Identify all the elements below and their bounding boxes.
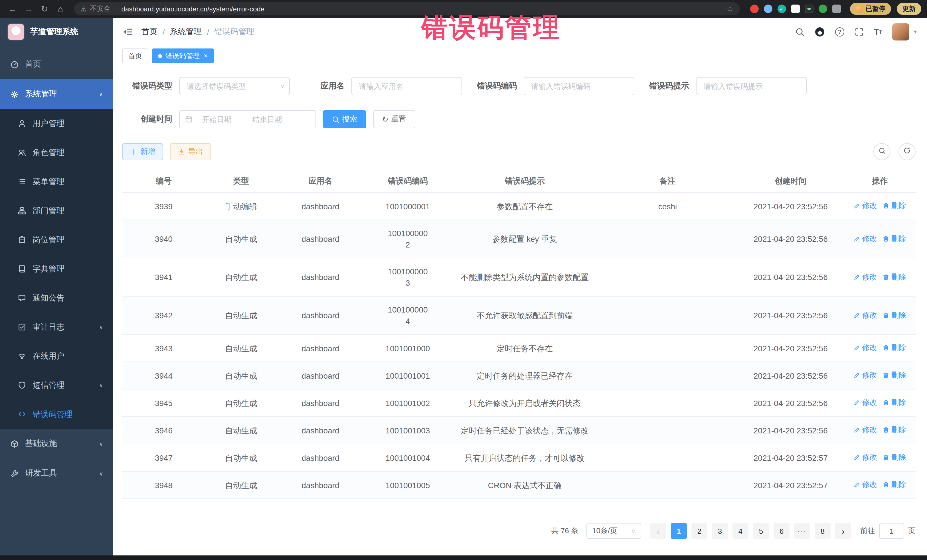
sidebar-item-infra[interactable]: 基础设施∨ [0, 429, 113, 458]
page-button-5[interactable]: 5 [753, 523, 769, 539]
app-name-input[interactable] [351, 77, 462, 95]
extension-red-dot-icon[interactable] [750, 5, 758, 13]
sidebar-item-errcode[interactable]: 错误码管理 [0, 400, 113, 429]
page-button-3[interactable]: 3 [712, 523, 728, 539]
collapse-sidebar-icon[interactable] [123, 27, 134, 37]
error-code-type-input[interactable] [179, 77, 290, 95]
edit-link-label: 修改 [862, 233, 877, 244]
back-icon[interactable]: ← [6, 5, 20, 13]
delete-link[interactable]: 删除 [883, 233, 906, 244]
error-code-type-select[interactable]: ∨ [179, 77, 290, 95]
delete-link[interactable]: 删除 [883, 370, 906, 381]
extension-grid-icon[interactable] [791, 5, 799, 13]
edit-link[interactable]: 修改 [854, 452, 877, 463]
extension-check-icon[interactable] [777, 5, 786, 13]
cell-id: 3941 [122, 258, 205, 296]
delete-link[interactable]: 删除 [883, 310, 906, 321]
forward-icon[interactable]: → [22, 5, 35, 13]
cell-remark [598, 220, 737, 258]
sidebar-item-label: 菜单管理 [32, 176, 64, 187]
edit-link[interactable]: 修改 [854, 397, 877, 408]
logo[interactable]: 芋道管理系统 [0, 18, 113, 46]
home-icon[interactable]: ⌂ [54, 5, 67, 13]
avatar-caret-icon[interactable]: ▾ [914, 29, 917, 35]
extension-leaf-icon[interactable] [818, 5, 827, 13]
create-time-range-picker[interactable]: - [179, 110, 316, 128]
page-button-4[interactable]: 4 [732, 523, 748, 539]
close-icon[interactable]: × [204, 52, 208, 60]
sidebar-item-dept[interactable]: 部门管理 [0, 196, 113, 225]
reset-button[interactable]: ↻ 重置 [373, 110, 415, 128]
cell-code: 100100000 4 [364, 296, 451, 334]
breadcrumb-item[interactable]: 首页 [141, 27, 158, 37]
delete-link[interactable]: 删除 [883, 397, 906, 408]
sidebar-item-menu[interactable]: 菜单管理 [0, 167, 113, 196]
sidebar-item-home[interactable]: 首页 [0, 50, 113, 79]
update-button[interactable]: 更新 [897, 3, 921, 15]
sidebar-item-tools[interactable]: 研发工具∨ [0, 458, 113, 488]
sidebar-item-notice[interactable]: 通知公告 [0, 284, 113, 313]
delete-link[interactable]: 删除 [883, 479, 906, 490]
show-search-toggle-button[interactable] [873, 143, 891, 160]
edit-link[interactable]: 修改 [854, 200, 877, 212]
delete-link[interactable]: 删除 [883, 424, 906, 436]
delete-link[interactable]: 删除 [883, 271, 906, 282]
start-date-input[interactable] [196, 112, 238, 127]
page-size-select[interactable]: 10条/页 ∨ [587, 523, 641, 539]
sidebar-item-post[interactable]: 岗位管理 [0, 225, 113, 254]
search-button[interactable]: 搜索 [323, 110, 366, 128]
avatar[interactable] [892, 23, 909, 40]
extension-blue-icon[interactable] [764, 5, 772, 13]
font-size-icon[interactable]: TT [874, 27, 882, 36]
edit-link[interactable]: 修改 [854, 479, 877, 490]
sidebar-item-sms[interactable]: 短信管理∨ [0, 371, 113, 400]
sidebar-item-role[interactable]: 角色管理 [0, 138, 113, 167]
page-ellipsis[interactable]: ··· [794, 523, 810, 539]
error-message-input[interactable] [696, 77, 807, 95]
sidebar-item-system[interactable]: 系统管理∧ [0, 79, 113, 109]
tab-首页[interactable]: 首页 [122, 49, 148, 63]
refresh-icon[interactable]: ↻ [38, 5, 51, 13]
sidebar-item-dict[interactable]: 字典管理 [0, 254, 113, 284]
page-button-2[interactable]: 2 [691, 523, 707, 539]
profile-paused-badge[interactable]: 已暂停 [850, 3, 891, 15]
page-button-1[interactable]: 1 [671, 523, 687, 539]
bookmark-star-icon[interactable]: ☆ [727, 5, 733, 13]
page-button-8[interactable]: 8 [815, 523, 831, 539]
jump-page-input[interactable] [879, 523, 904, 539]
end-date-input[interactable] [246, 112, 288, 127]
sidebar-item-user[interactable]: 用户管理 [0, 109, 113, 138]
tab-错误码管理[interactable]: 错误码管理× [152, 49, 214, 63]
cell-code: 1001001005 [364, 471, 451, 499]
delete-link[interactable]: 删除 [883, 452, 906, 463]
edit-link-label: 修改 [862, 424, 877, 436]
delete-link[interactable]: 删除 [883, 200, 906, 212]
export-button[interactable]: 导出 [170, 143, 211, 160]
edit-link[interactable]: 修改 [854, 370, 877, 381]
extensions-puzzle-icon[interactable] [832, 5, 840, 13]
search-icon[interactable] [795, 27, 804, 36]
edit-link[interactable]: 修改 [854, 342, 877, 354]
breadcrumb-item[interactable]: 系统管理 [170, 27, 202, 37]
add-button[interactable]: 新增 [122, 143, 163, 160]
address-bar[interactable]: ⚠ 不安全 dashboard.yudao.iocoder.cn/system/… [74, 2, 740, 15]
table-header-row: 编号类型应用名错误码编码错误码提示备注创建时间操作 [122, 169, 916, 193]
edit-link[interactable]: 修改 [854, 424, 877, 436]
prev-page-button[interactable]: ‹ [650, 523, 666, 539]
help-icon[interactable]: ? [835, 27, 844, 36]
fullscreen-icon[interactable] [854, 27, 864, 36]
next-page-button[interactable]: › [835, 523, 851, 539]
edit-link[interactable]: 修改 [854, 271, 877, 282]
logo-text: 芋道管理系统 [30, 27, 78, 37]
sidebar-item-online[interactable]: 在线用户 [0, 341, 113, 371]
error-code-input[interactable] [524, 77, 634, 95]
refresh-table-button[interactable] [898, 143, 916, 160]
github-icon[interactable] [815, 27, 825, 37]
cell-actions: 修改删除 [844, 220, 916, 258]
edit-link[interactable]: 修改 [854, 233, 877, 244]
sidebar-item-audit[interactable]: 审计日志∨ [0, 313, 113, 341]
extension-on-icon[interactable] [805, 5, 813, 13]
delete-link[interactable]: 删除 [883, 342, 906, 354]
edit-link[interactable]: 修改 [854, 310, 877, 321]
page-button-6[interactable]: 6 [774, 523, 790, 539]
